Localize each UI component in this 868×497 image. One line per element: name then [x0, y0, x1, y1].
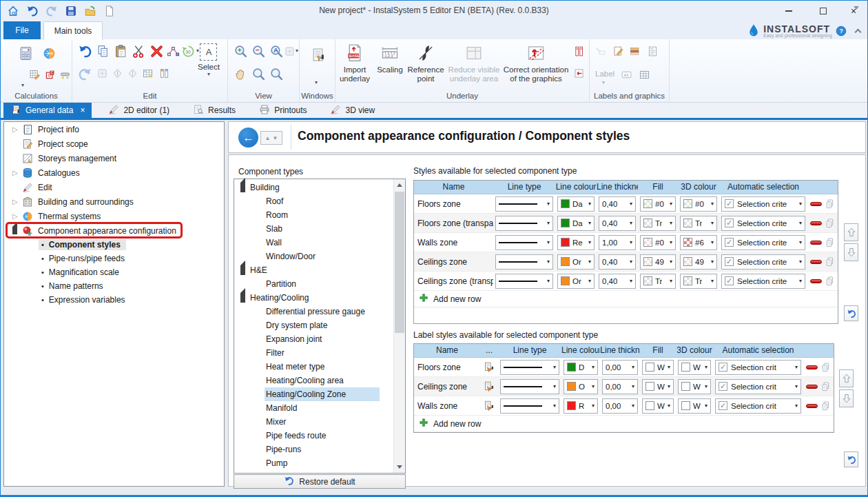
- insert-node-icon[interactable]: [126, 67, 139, 80]
- list-icon[interactable]: [646, 45, 659, 58]
- colour-3d-select[interactable]: W▾: [678, 379, 711, 394]
- tree-item-window-door[interactable]: Window/Door: [234, 250, 393, 263]
- automatic-selection-select[interactable]: ✓Selection crite▾: [721, 196, 805, 212]
- delete-row-button[interactable]: [810, 241, 822, 245]
- colour-3d-select[interactable]: 49▾: [680, 254, 717, 270]
- line-colour-select[interactable]: Da▾: [557, 196, 595, 212]
- copy-row-button[interactable]: [825, 276, 836, 287]
- collapse-icon[interactable]: [240, 293, 245, 303]
- column-edit-icon[interactable]: [158, 67, 171, 80]
- tree-item-wall[interactable]: Wall: [234, 236, 393, 250]
- edit-label-content-button[interactable]: [483, 400, 495, 412]
- sidebar-item-expression-variables[interactable]: •Expression variables: [4, 293, 224, 307]
- collapse-icon[interactable]: [240, 265, 245, 275]
- add-new-row-button[interactable]: Add new row: [414, 416, 834, 432]
- doc-tab-2d-editor-1-[interactable]: 2D editor (1): [101, 103, 176, 118]
- tree-item-partition[interactable]: Partition: [234, 277, 393, 291]
- zoom-out-icon[interactable]: −: [250, 43, 267, 59]
- scroll-down-icon[interactable]: [394, 461, 405, 473]
- move-label-row-up-button[interactable]: [839, 369, 854, 387]
- sidebar-item-catalogues[interactable]: ▷Catalogues: [4, 165, 224, 180]
- line-type-select[interactable]: ▾: [495, 274, 553, 289]
- automatic-selection-select[interactable]: ✓Selection crite▾: [721, 235, 805, 250]
- windows-manager-button[interactable]: [305, 42, 330, 67]
- line-thickness-select[interactable]: 0,40▾: [599, 196, 636, 212]
- line-thickness-select[interactable]: 0,40▾: [599, 216, 636, 231]
- tree-item-dry-system-plate[interactable]: Dry system plate: [234, 318, 393, 332]
- delete-row-button[interactable]: [806, 385, 818, 389]
- tree-item-heat-meter-type[interactable]: Heat meter type: [234, 360, 393, 374]
- fill-select[interactable]: W▾: [642, 379, 674, 394]
- tree-item-expansion-joint[interactable]: Expansion joint: [234, 332, 393, 346]
- expand-icon[interactable]: ▷: [12, 169, 22, 176]
- copy-row-button[interactable]: [820, 400, 831, 412]
- correct-orientation-button[interactable]: Correct orientation of the graphics: [502, 42, 570, 90]
- auto-selection-checkbox[interactable]: ✓: [725, 199, 734, 208]
- colour-3d-select[interactable]: Tr▾: [680, 274, 717, 289]
- move-row-up-button[interactable]: [844, 223, 858, 241]
- colour-3d-select[interactable]: #0▾: [680, 196, 717, 212]
- sidebar-item-magnification-scale[interactable]: •Magnification scale: [4, 265, 224, 279]
- zoom-all-icon[interactable]: A: [268, 43, 285, 59]
- grid-edit-icon[interactable]: [141, 67, 154, 80]
- automatic-selection-select[interactable]: ✓Selection crite▾: [721, 254, 805, 270]
- auto-selection-checkbox[interactable]: ✓: [725, 238, 734, 247]
- a3-format-icon[interactable]: A3: [620, 68, 633, 81]
- tree-item-heating-cooling[interactable]: Heating/Cooling: [234, 291, 393, 305]
- tree-item-manifold[interactable]: Manifold: [234, 401, 393, 415]
- auto-selection-checkbox[interactable]: ✓: [725, 257, 734, 266]
- automatic-selection-select[interactable]: ✓Selection crit▾: [715, 398, 801, 414]
- tree-item-pipe-runs[interactable]: Pipe-runs: [234, 443, 393, 456]
- colour-3d-select[interactable]: W▾: [678, 360, 711, 375]
- move-node-icon[interactable]: [165, 43, 181, 59]
- tree-item-room[interactable]: Room: [234, 208, 393, 222]
- auto-selection-checkbox[interactable]: ✓: [719, 401, 727, 410]
- colour-3d-select[interactable]: #6▾: [680, 235, 717, 250]
- sidebar-item-component-appearance-configuration[interactable]: Component appearance configuration: [4, 223, 224, 238]
- maximize-button[interactable]: [812, 3, 834, 19]
- move-row-down-button[interactable]: [844, 243, 858, 261]
- line-type-select[interactable]: ▾: [500, 379, 559, 394]
- delete-row-button[interactable]: [806, 365, 818, 369]
- line-colour-select[interactable]: Or▾: [557, 274, 595, 289]
- sidebar-item-thermal-systems[interactable]: ▷Thermal systems: [4, 209, 224, 223]
- delete-icon[interactable]: [148, 43, 165, 59]
- delete-row-button[interactable]: [806, 404, 818, 408]
- zoom-previous-icon[interactable]: [268, 65, 285, 82]
- doc-tab-general-data[interactable]: General data×: [3, 103, 92, 118]
- reference-point-button[interactable]: Reference point: [406, 42, 446, 90]
- sidebar-item-component-styles[interactable]: •Component styles: [4, 238, 224, 252]
- doc-tab-3d-view[interactable]: 3D view: [323, 103, 382, 118]
- tree-item-pump[interactable]: Pump: [234, 456, 393, 470]
- underlay-columns-icon[interactable]: [572, 45, 586, 58]
- close-tab-icon[interactable]: ×: [80, 105, 85, 115]
- fill-select[interactable]: #0▾: [640, 235, 676, 250]
- scroll-thumb[interactable]: [395, 192, 404, 333]
- copy-row-button[interactable]: [825, 218, 836, 229]
- doc-tab-results[interactable]: Results: [186, 103, 242, 118]
- pan-icon[interactable]: [232, 65, 249, 82]
- auto-selection-checkbox[interactable]: ✓: [719, 363, 727, 372]
- rotate-90-icon[interactable]: 90: [180, 43, 196, 59]
- tree-item-building[interactable]: Building: [234, 181, 393, 194]
- collapse-icon[interactable]: [12, 227, 22, 234]
- move-label-row-down-button[interactable]: [839, 389, 854, 407]
- segment-icon[interactable]: [59, 68, 72, 81]
- line-type-select[interactable]: ▾: [500, 360, 559, 375]
- fill-select[interactable]: W▾: [642, 360, 674, 375]
- delete-row-button[interactable]: [810, 202, 822, 206]
- tree-item-slab[interactable]: Slab: [234, 222, 393, 236]
- automatic-selection-select[interactable]: ✓Selection crite▾: [721, 216, 805, 231]
- line-type-select[interactable]: ▾: [495, 196, 553, 212]
- tree-item-heating-cooling-area[interactable]: Heating/Cooling area: [234, 374, 393, 387]
- sidebar-item-project-info[interactable]: ▷Project info: [4, 122, 224, 136]
- copy-icon[interactable]: [94, 43, 111, 59]
- delete-row-button[interactable]: [810, 221, 822, 225]
- calc-settings-icon[interactable]: [28, 68, 41, 81]
- sidebar-item-project-scope[interactable]: Project scope: [4, 136, 224, 151]
- back-button[interactable]: ←: [238, 128, 258, 148]
- cut-icon[interactable]: [130, 43, 147, 59]
- line-type-select[interactable]: ▾: [495, 216, 553, 231]
- collapse-icon[interactable]: [240, 183, 245, 192]
- line-colour-select[interactable]: R▾: [564, 398, 598, 414]
